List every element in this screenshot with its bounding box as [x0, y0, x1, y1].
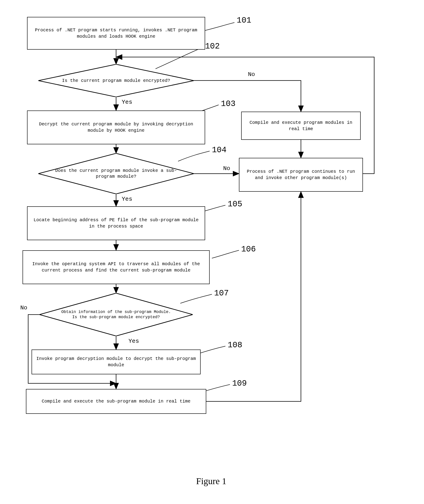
n104-text: Does the current program module invoke a…	[52, 168, 180, 179]
label-103: 103	[221, 99, 236, 108]
n109-text: Compile and execute the sub-program modu…	[42, 398, 190, 404]
label-101: 101	[237, 16, 251, 25]
edge-yes-107: Yes	[129, 338, 139, 345]
n103-text: Decrypt the current program module by in…	[31, 121, 201, 134]
label-106: 106	[241, 245, 256, 254]
right1-text: Compile and execute program modules in r…	[245, 120, 357, 132]
decision-sub-encrypted: Obtain information of the sub-program Mo…	[39, 293, 193, 336]
label-107: 107	[214, 289, 229, 298]
n101-text: Process of .NET program starts running, …	[31, 27, 201, 40]
process-locate-pe: Locate beginning address of PE file of t…	[27, 206, 205, 240]
process-compile-sub: Compile and execute the sub-program modu…	[26, 389, 206, 414]
edge-yes-102: Yes	[122, 99, 132, 106]
process-continue-run: Process of .NET program continues to run…	[239, 158, 363, 192]
label-109: 109	[232, 379, 247, 388]
edge-yes-104: Yes	[122, 196, 132, 202]
process-start: Process of .NET program starts running, …	[27, 17, 205, 50]
edge-no-107: No	[20, 304, 27, 311]
n106-text: Invoke the operating system API to trave…	[26, 261, 206, 274]
decision-invoke-sub: Does the current program module invoke a…	[38, 153, 194, 194]
n102-text: Is the current program module encrypted?	[62, 78, 170, 84]
edge-no-102: No	[248, 71, 255, 78]
right2-text: Process of .NET program continues to run…	[243, 169, 359, 181]
label-108: 108	[228, 340, 242, 350]
n107-text: Obtain information of the sub-program Mo…	[61, 309, 171, 320]
label-104: 104	[212, 145, 226, 155]
n105-text: Locate beginning address of PE file of t…	[31, 217, 201, 230]
process-compile-modules: Compile and execute program modules in r…	[241, 112, 361, 140]
edge-no-104: No	[223, 165, 230, 172]
label-102: 102	[205, 42, 220, 51]
process-traverse: Invoke the operating system API to trave…	[23, 250, 210, 284]
figure-caption: Figure 1	[196, 476, 226, 486]
decision-encrypted: Is the current program module encrypted?	[38, 64, 194, 97]
process-decrypt: Decrypt the current program module by in…	[27, 111, 205, 144]
process-decrypt-sub: Invoke program decryption module to decr…	[31, 350, 201, 374]
label-105: 105	[228, 200, 242, 209]
flowchart-container: Process of .NET program starts running, …	[23, 13, 401, 478]
n108-text: Invoke program decryption module to decr…	[35, 356, 197, 368]
